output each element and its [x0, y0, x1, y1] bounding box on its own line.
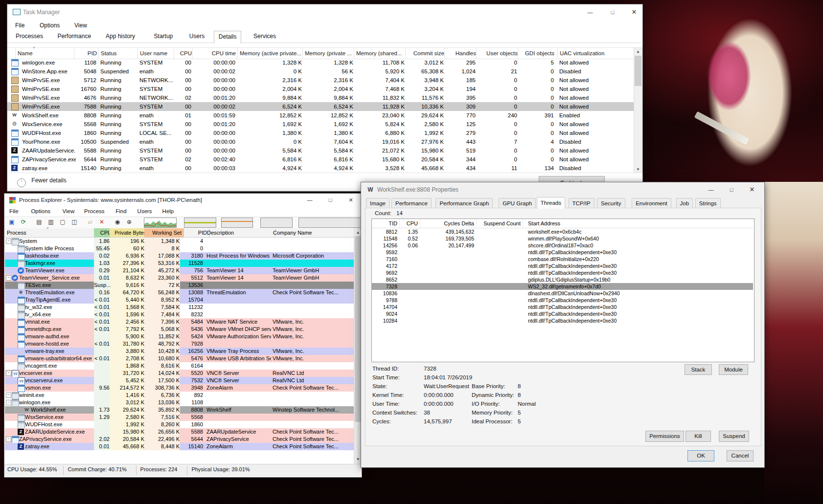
module-button[interactable]: Module	[719, 364, 748, 375]
memory-graph[interactable]	[184, 218, 216, 228]
find-handle-icon[interactable]: ◉	[113, 218, 122, 226]
thread-column-header[interactable]: Start Address	[526, 219, 755, 228]
props-tab-environment[interactable]: Environment	[632, 198, 671, 208]
tab-app-history[interactable]: App history	[101, 31, 139, 42]
pe-menu-file[interactable]: File	[9, 208, 19, 214]
pe-column-header[interactable]: Working Set	[144, 228, 184, 237]
pe-menu-help[interactable]: Help	[162, 208, 174, 214]
table-row[interactable]: vncagent.exe1,868 K8,616 K6164	[5, 362, 354, 370]
handles-view-icon[interactable]: ◫	[70, 218, 79, 226]
props-tab-gpu-graph[interactable]: GPU Graph	[499, 198, 536, 208]
fewer-details-control[interactable]: ˆ Fewer details	[17, 177, 67, 187]
pe-menu-find[interactable]: Find	[115, 208, 126, 214]
table-row[interactable]: vmware-usbarbitrator64.exe< 0.012,708 K1…	[5, 355, 354, 362]
tab-processes[interactable]: Processes	[11, 31, 47, 42]
kill-process-icon[interactable]: ✕	[97, 218, 106, 226]
table-row[interactable]: 9024ntdll.dll!TpCallbackIndependent+0xe3…	[372, 310, 753, 317]
props-tab-image[interactable]: Image	[366, 198, 389, 208]
table-row[interactable]: vmware-hostd.exe< 0.0131,780 K48,792 K79…	[5, 340, 354, 348]
tm-scroll-thumb[interactable]	[635, 56, 641, 86]
pe-close-button[interactable]: ✕	[343, 195, 358, 205]
thread-column-header[interactable]: Cycles Delta	[416, 219, 477, 228]
props-tab-threads[interactable]: Threads	[537, 197, 565, 209]
tab-services[interactable]: Services	[249, 31, 280, 42]
table-row[interactable]: WmiPrvSE.exe4676RunningNETWORK...0200:01…	[7, 93, 634, 102]
pe-maximize-button[interactable]: □	[323, 195, 338, 205]
table-row[interactable]: vsmon.exe9.56214,572 K308,736 K3948ZoneA…	[5, 384, 354, 392]
tm-column-header[interactable]: CPU	[174, 48, 194, 59]
table-row[interactable]: −⇄TeamViewer_Service.exe0.018,632 K23,36…	[5, 274, 354, 282]
columns-icon[interactable]: ▢	[58, 218, 67, 226]
table-row[interactable]: System Idle Process55.4560 K8 K0	[5, 245, 354, 252]
table-row[interactable]: vmnetdhcp.exe< 0.017,792 K5,068 K5436VMw…	[5, 326, 354, 333]
table-row[interactable]: winlogon.exe1108RunningSYSTEM0000:00:001…	[7, 58, 634, 67]
props-titlebar[interactable]: W WorkShelf.exe:8808 Properties ― □ ✕	[361, 182, 764, 197]
tm-menu-file[interactable]: File	[15, 22, 24, 29]
table-row[interactable]: ⚙WsxService.exe5568RunningSYSTEM0000:01:…	[7, 120, 634, 129]
tm-column-header[interactable]: Memory (shared...	[354, 48, 407, 59]
tm-menu-view[interactable]: View	[74, 22, 87, 29]
table-row[interactable]: 88121.35439,145,632workshelf.exe+0x6cb4c	[372, 228, 753, 235]
tab-details[interactable]: Details	[214, 31, 242, 44]
table-row[interactable]: 9592ntdll.dll!TpCallbackIndependent+0xe3…	[372, 249, 753, 256]
table-row[interactable]: ✱ThreatEmulation.exe0.1664,720 K56,248 K…	[5, 289, 354, 296]
table-row[interactable]: vmware-authd.exe5,900 K11,852 K5424VMwar…	[5, 333, 354, 340]
pe-menu-options[interactable]: Options	[31, 208, 50, 214]
tm-column-header[interactable]: Commit size	[405, 48, 446, 59]
tree-collapse-icon[interactable]: −	[6, 275, 11, 281]
tm-column-header[interactable]: User objects	[476, 48, 520, 59]
tm-column-header[interactable]: Handles	[444, 48, 478, 59]
table-row[interactable]: ⇄TeamViewer.exe0.2921,104 K45,272 K756Te…	[5, 267, 354, 274]
table-row[interactable]: 9788ntdll.dll!TpCallbackIndependent+0xe3…	[372, 297, 753, 304]
pe-titlebar[interactable]: Process Explorer - Sysinternals: www.sys…	[4, 194, 362, 207]
tm-column-header[interactable]: Memory (private ...	[302, 48, 356, 59]
tm-column-header[interactable]: GDI objects	[518, 48, 556, 59]
tm-column-header[interactable]: Status	[98, 48, 138, 59]
tree-collapse-icon[interactable]: −	[6, 239, 11, 244]
kill-button[interactable]: Kill	[686, 431, 711, 442]
props-maximize-button[interactable]: □	[724, 184, 739, 195]
table-row[interactable]: WmiPrvSE.exe5712RunningNETWORK...0000:00…	[7, 76, 634, 85]
properties-icon[interactable]: ▱	[86, 218, 94, 226]
props-tab-performance[interactable]: Performance	[391, 198, 432, 208]
table-row[interactable]: −V2vncserver.exe31,720 K14,024 K5520VNC®…	[5, 370, 354, 377]
find-window-target-icon[interactable]: ⊕	[125, 218, 134, 226]
table-row[interactable]: WUDFHost.exe1860RunningLOCAL SE...0000:0…	[7, 129, 634, 137]
table-row[interactable]: vmware-tray.exe3,880 K10,428 K16256VMwar…	[5, 348, 354, 355]
table-row[interactable]: 115480.52169,739,505winmm.dll!PlaySoundW…	[372, 235, 753, 242]
table-row[interactable]: 9692ntdll.dll!TpCallbackIndependent+0xe3…	[372, 269, 753, 276]
table-row[interactable]: WmiPrvSE.exe7588RunningSYSTEM0000:00:026…	[7, 102, 634, 111]
tm-column-header[interactable]: UAC virtualization	[557, 48, 625, 59]
table-row[interactable]: WWorkShelf.exe1.7329,624 K35,892 K8808Wo…	[5, 406, 354, 414]
thread-column-header[interactable]: Suspend Count	[472, 219, 523, 228]
tm-maximize-button[interactable]: □	[605, 7, 620, 18]
system-info-icon[interactable]: ▤	[35, 218, 44, 226]
table-row[interactable]: YourPhone.exe10500Suspendedenath0000:00:…	[7, 137, 634, 146]
props-tab-performance-graph[interactable]: Performance Graph	[435, 198, 493, 208]
props-tab-security[interactable]: Security	[597, 198, 625, 208]
pe-column-header[interactable]: Process	[5, 228, 98, 237]
tab-performance[interactable]: Performance	[53, 31, 95, 42]
props-minimize-button[interactable]: ―	[704, 184, 718, 195]
table-row[interactable]: 7328WS2_32.dll!getnameinfo+0x7d0	[372, 283, 753, 290]
tm-vertical-scrollbar[interactable]: ▲ ▼	[634, 47, 642, 174]
tree-collapse-icon[interactable]: −	[6, 393, 11, 398]
tm-column-header[interactable]: PID	[74, 48, 99, 59]
props-tab-strings[interactable]: Strings	[695, 198, 721, 208]
table-row[interactable]: Zzatray.exe0.0145,668 K8,448 K15140ZoneA…	[5, 443, 354, 450]
tree-collapse-icon[interactable]: −	[6, 371, 11, 376]
pe-menu-view[interactable]: View	[63, 208, 75, 214]
table-row[interactable]: TESvc.exeSusp...9,616 K72 K13536	[5, 282, 354, 289]
gpu-graph[interactable]	[260, 218, 293, 228]
table-row[interactable]: TrayTipAgentE.exe< 0.015,440 K8,952 K157…	[5, 296, 354, 304]
io-graph[interactable]	[221, 218, 253, 228]
table-row[interactable]: Taskmgr.exe1.0327,396 K53,316 K11528	[5, 260, 354, 267]
cpu-graph[interactable]	[144, 218, 177, 228]
pe-menu-users[interactable]: Users	[137, 208, 152, 214]
pe-column-header[interactable]: Company Name	[271, 228, 359, 237]
network-graph[interactable]	[298, 218, 362, 228]
tab-users[interactable]: Users	[185, 31, 209, 42]
stack-button[interactable]: Stack	[685, 364, 712, 375]
props-tab-job[interactable]: Job	[676, 198, 693, 208]
table-row[interactable]: −System1.86196 K1,348 K4	[5, 238, 354, 245]
